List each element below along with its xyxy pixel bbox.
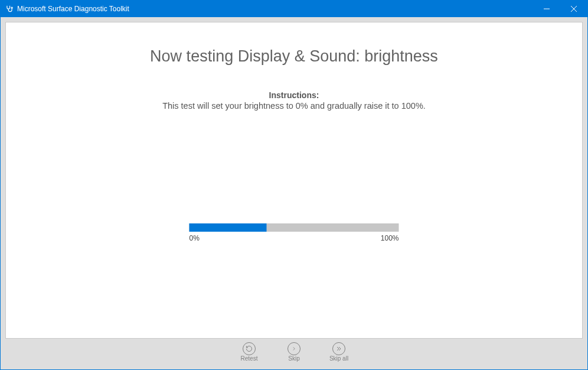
retest-label: Retest (241, 356, 258, 362)
minimize-button[interactable] (533, 1, 560, 17)
close-button[interactable] (560, 1, 587, 17)
app-window: Microsoft Surface Diagnostic Toolkit Now… (0, 0, 588, 370)
instructions-text: This test will set your brightness to 0%… (6, 101, 582, 111)
instructions-label: Instructions: (6, 90, 582, 100)
progress-labels: 0% 100% (190, 234, 399, 242)
svg-point-0 (11, 7, 12, 8)
content-panel: Now testing Display & Sound: brightness … (5, 22, 583, 339)
client-area: Now testing Display & Sound: brightness … (1, 17, 587, 369)
window-title: Microsoft Surface Diagnostic Toolkit (17, 5, 129, 13)
footer: Retest Skip Skip all (5, 339, 583, 365)
progress-bar: 0% 100% (190, 223, 399, 242)
window-controls (533, 1, 587, 17)
skip-icon (288, 342, 300, 355)
progress-min-label: 0% (190, 234, 200, 242)
skip-all-button[interactable]: Skip all (324, 342, 354, 362)
retest-icon (243, 342, 256, 355)
skip-all-icon (332, 342, 345, 355)
page-heading: Now testing Display & Sound: brightness (6, 47, 582, 66)
skip-all-label: Skip all (329, 356, 348, 362)
skip-button[interactable]: Skip (279, 342, 309, 362)
skip-label: Skip (288, 356, 299, 362)
progress-track (190, 223, 399, 232)
progress-fill (190, 223, 267, 232)
titlebar: Microsoft Surface Diagnostic Toolkit (1, 1, 587, 17)
progress-max-label: 100% (381, 234, 399, 242)
retest-button[interactable]: Retest (234, 342, 264, 362)
stethoscope-icon (5, 5, 14, 13)
